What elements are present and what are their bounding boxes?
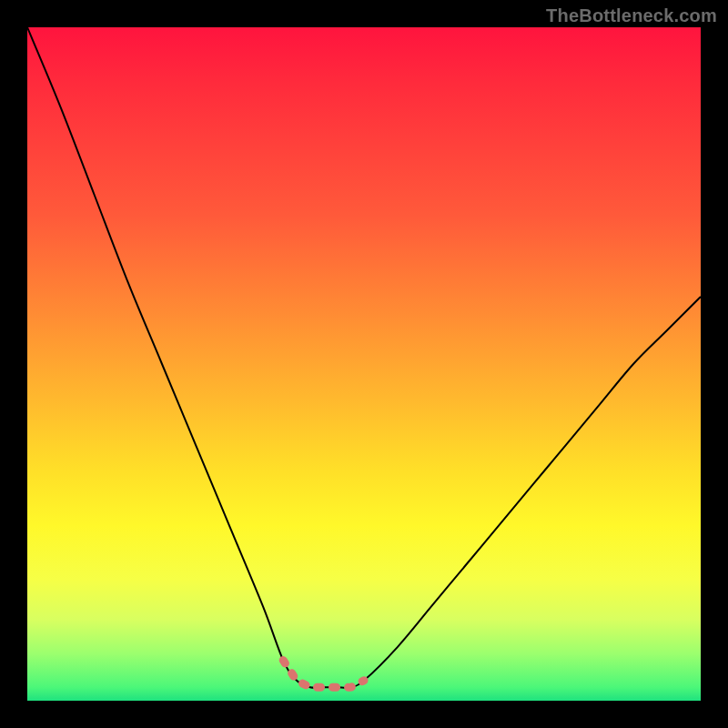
watermark-text: TheBottleneck.com <box>546 5 717 26</box>
chart-stage: TheBottleneck.com <box>0 0 728 728</box>
plot-area <box>27 27 701 701</box>
bottleneck-curve-path <box>27 27 701 688</box>
curve-layer <box>27 27 701 701</box>
good-range-overlay <box>283 661 364 688</box>
